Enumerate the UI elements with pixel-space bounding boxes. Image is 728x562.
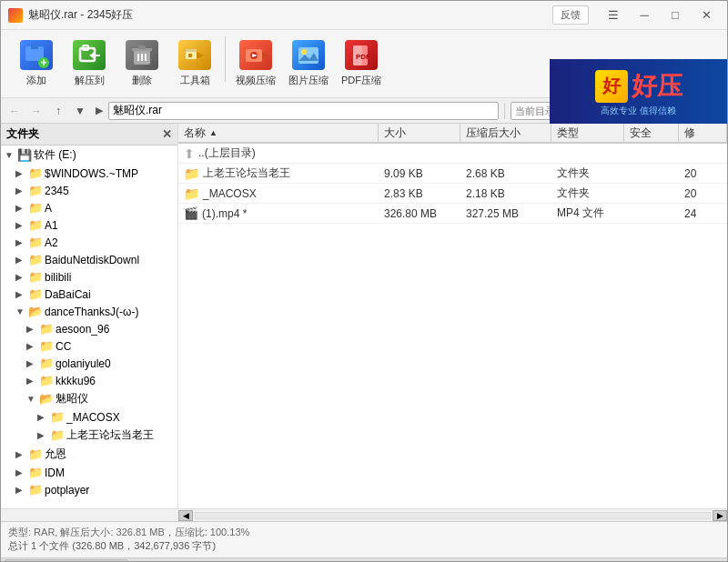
expand-arrow: ▶ [15,203,26,213]
expand-arrow: ▶ [15,237,26,247]
svg-point-23 [301,49,307,55]
col-header-size[interactable]: 大小 [379,124,460,142]
sidebar-item-macosx[interactable]: ▶ 📁 _MACOSX [1,408,177,426]
col-header-modified[interactable]: 修 [679,124,727,142]
table-row[interactable]: 🎬 (1).mp4 * 326.80 MB 327.25 MB MP4 文件 2… [178,204,727,224]
col-header-compressed[interactable]: 压缩后大小 [460,124,551,142]
ad-banner[interactable]: 好 好压 高效专业 值得信赖 [550,59,727,127]
svg-marker-19 [262,52,268,59]
sidebar-item-windows-tmp[interactable]: ▶ 📁 $WINDOWS.~TMP [1,165,177,182]
sidebar-item-meizhaoy[interactable]: ▼ 📂 魅昭仪 [1,389,177,408]
dropdown-button[interactable]: ▼ [70,101,90,121]
sidebar-item-a[interactable]: ▶ 📁 A [1,199,177,216]
pdf-compress-label: PDF压缩 [341,74,381,87]
folder-icon: 📁 [28,287,43,301]
sidebar-item-yunen[interactable]: ▶ 📁 允恩 [1,445,177,464]
delete-button[interactable]: 删除 [116,36,168,91]
folder-icon: 📁 [50,410,65,424]
pdf-compress-button[interactable]: PDF PDF压缩 [335,36,388,91]
up-button[interactable]: ↑ [48,101,68,121]
svg-rect-10 [138,45,146,49]
sidebar-item-label: A1 [45,219,58,232]
taskbar-potplayer[interactable]: 57723... PotPlayer 64 [5,559,128,563]
sidebar-item-laowan[interactable]: ▶ 📁 上老王论坛当老王 [1,426,177,445]
video-compress-button[interactable]: 视频压缩 [229,36,282,91]
table-row[interactable]: ⬆ ..(上层目录) [178,144,727,164]
col-header-type[interactable]: 类型 [551,124,624,142]
file-cell-type: 文件夹 [551,184,624,203]
sidebar-item-dabaicai[interactable]: ▶ 📁 DaBaiCai [1,286,177,303]
extract-icon [76,43,102,68]
minimize-button[interactable]: ─ [631,6,658,25]
extract-button[interactable]: 解压到 [63,36,116,91]
sidebar-item-label: A2 [45,236,58,249]
sidebar-item-aesoon[interactable]: ▶ 📁 aesoon_96 [1,320,177,337]
horizontal-scrollbar[interactable]: ◀ ▶ [1,508,727,521]
address-input[interactable] [108,102,499,120]
scrollbar-track[interactable] [195,512,711,519]
sidebar-item-2345[interactable]: ▶ 📁 2345 [1,182,177,199]
tools-icon [182,43,207,68]
expand-arrow: ▶ [15,186,26,196]
col-header-security[interactable]: 安全 [624,124,679,142]
back-button[interactable]: ← [5,101,25,121]
content-area: 文件夹 ✕ ▼ 💾 软件 (E:) ▶ 📁 $WINDOWS.~TMP ▶ 📁 … [1,124,727,508]
file-cell-security [624,184,679,203]
image-compress-icon [296,43,321,68]
sidebar-item-potplayer[interactable]: ▶ 📁 potplayer [1,481,177,498]
mp4-file-icon: 🎬 [184,206,198,220]
sidebar-item-cc[interactable]: ▶ 📁 CC [1,337,177,355]
feedback-button[interactable]: 反馈 [552,5,589,25]
sidebar-item-a2[interactable]: ▶ 📁 A2 [1,234,177,251]
sidebar-item-dancethanks[interactable]: ▼ 📂 danceThanksJ(-ω-) [1,303,177,320]
add-icon: + [24,43,49,68]
table-row[interactable]: 📁 上老王论坛当老王 9.09 KB 2.68 KB 文件夹 20 [178,164,727,184]
col-header-name[interactable]: 名称 ▲ [178,124,379,142]
tools-button[interactable]: 工具箱 [168,36,221,91]
sidebar-item-label: _MACOSX [66,411,120,424]
folder-icon: 📁 [28,201,43,215]
sidebar-item-label: IDM [45,467,65,479]
title-bar-right: 反馈 ☰ ─ □ ✕ [552,5,720,25]
file-cell-modified: 20 [679,184,727,203]
scroll-right-button[interactable]: ▶ [713,510,727,521]
forward-button[interactable]: → [26,101,46,121]
sidebar-item-label: DaBaiCai [45,288,91,301]
sidebar-item-label: bilibili [45,271,71,284]
status-line-1: 类型: RAR, 解压后大小: 326.81 MB，压缩比: 100.13% [8,526,720,539]
sidebar-close-button[interactable]: ✕ [162,127,172,141]
table-row[interactable]: 📁 _MACOSX 2.83 KB 2.18 KB 文件夹 20 [178,184,727,204]
title-bar: 魅昭仪.rar - 2345好压 反馈 ☰ ─ □ ✕ [1,1,727,30]
expand-arrow: ▶ [37,430,48,440]
close-button[interactable]: ✕ [693,6,720,25]
sidebar-item-kkkku96[interactable]: ▶ 📁 kkkku96 [1,372,177,389]
ad-tagline: 高效专业 值得信赖 [601,105,676,117]
scroll-left-button[interactable]: ◀ [178,510,193,521]
file-cell-compressed [460,144,551,163]
add-button[interactable]: + 添加 [10,36,63,91]
image-compress-button[interactable]: 图片压缩 [282,36,335,91]
file-list-header: 名称 ▲ 大小 压缩后大小 类型 安全 修 [178,124,727,144]
expand-arrow-drive-e: ▼ [5,150,15,160]
taskbar: 57723... PotPlayer 64 [1,557,727,562]
sidebar-item-baidu[interactable]: ▶ 📁 BaiduNetdiskDownl [1,251,177,268]
folder-icon-open: 📂 [39,392,54,406]
image-compress-label: 图片压缩 [288,74,329,87]
sidebar-item-golaniyule[interactable]: ▶ 📁 golaniyule0 [1,355,177,372]
sidebar-item-bilibili[interactable]: ▶ 📁 bilibili [1,268,177,286]
main-window: 魅昭仪.rar - 2345好压 反馈 ☰ ─ □ ✕ + [0,0,728,562]
ad-logo: 好 好压 高效专业 值得信赖 [595,70,682,117]
pdf-compress-icon: PDF [349,43,374,68]
delete-label: 删除 [132,74,152,87]
sidebar-item-a1[interactable]: ▶ 📁 A1 [1,216,177,234]
menu-button[interactable]: ☰ [600,6,627,25]
folder-icon: 📁 [28,483,43,497]
sidebar-item-label: danceThanksJ(-ω-) [45,306,138,318]
maximize-button[interactable]: □ [662,6,689,25]
address-divider [504,103,505,119]
path-separator: ▶ [92,105,106,116]
sidebar-item-idm[interactable]: ▶ 📁 IDM [1,464,177,481]
sidebar-item-drive-e[interactable]: ▼ 💾 软件 (E:) [1,146,177,165]
sidebar-item-label: golaniyule0 [56,357,111,370]
sidebar-item-label: 上老王论坛当老王 [66,427,154,443]
